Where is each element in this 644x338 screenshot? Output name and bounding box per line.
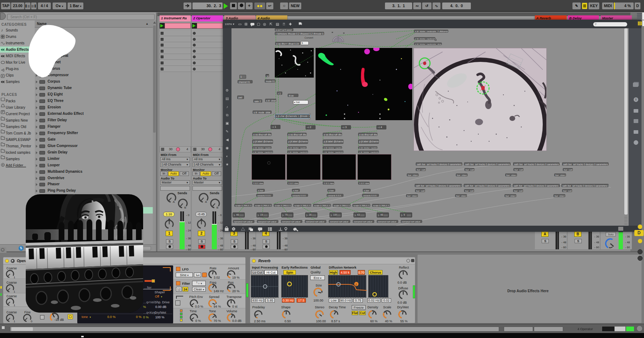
svg-text:1: 1 [14,290,15,293]
svg-text:1: 1 [14,304,15,307]
svg-text:♪: ♪ [1,28,3,32]
svg-text:A: A [173,200,175,204]
svg-text:1: 1 [14,276,15,279]
svg-text:0: 0 [31,320,33,323]
svg-text:B: B [216,206,218,209]
svg-text:1: 1 [14,320,15,323]
svg-text:B: B [184,206,186,209]
svg-text:2: 2 [355,283,357,286]
svg-text:A: A [205,200,207,204]
